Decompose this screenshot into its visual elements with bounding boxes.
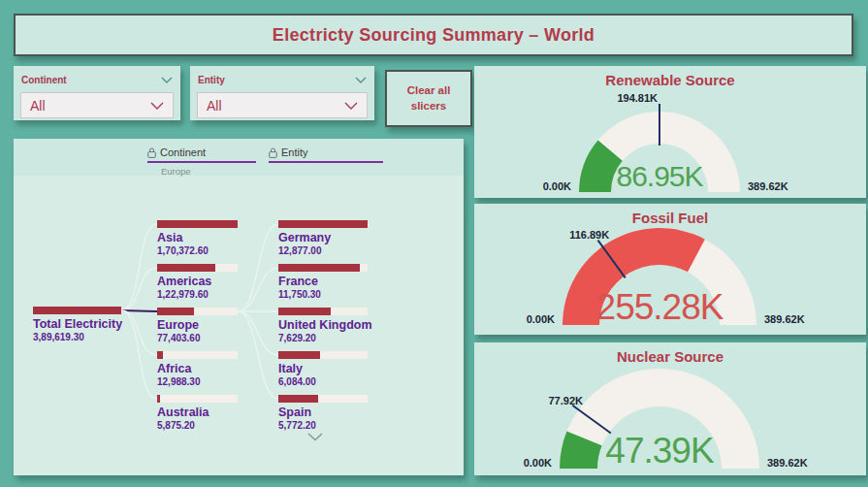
tree-node-europe[interactable]: Europe77,403.60 — [157, 308, 238, 343]
entity-slicer: Entity All — [190, 66, 374, 120]
gauge-value: 47.39K — [605, 431, 715, 471]
tree-connector — [238, 268, 278, 311]
chevron-down-icon — [150, 98, 164, 114]
tree-level-continent: Continent Europe — [147, 146, 256, 177]
tree-level-entity: Entity — [269, 146, 383, 166]
level-selected-value: Europe — [147, 166, 256, 177]
tree-node-germany[interactable]: Germany12,877.00 — [278, 220, 368, 256]
node-value: 6,084.00 — [278, 376, 368, 387]
tree-connector — [121, 268, 157, 310]
node-label: United Kingdom — [278, 318, 368, 332]
node-bar-track — [157, 395, 238, 403]
gauge-min-label: 0.00K — [524, 457, 552, 469]
tree-node-australia[interactable]: Australia5,875.20 — [157, 395, 238, 431]
node-bar-fill — [278, 264, 360, 272]
node-bar-track — [157, 351, 238, 359]
tree-node-france[interactable]: France11,750.30 — [278, 264, 368, 300]
tree-node-americas[interactable]: Americas1,22,979.60 — [157, 264, 238, 300]
node-value: 1,22,979.60 — [157, 289, 238, 300]
node-bar-track — [278, 351, 368, 359]
node-label: France — [278, 275, 368, 288]
node-bar-track — [33, 307, 121, 314]
gauge-target-label: 194.81K — [617, 92, 658, 104]
level-header-entity: Entity — [281, 146, 308, 158]
nuclear-source-gauge[interactable]: Nuclear Source 47.39K0.00K389.62K77.92K — [474, 342, 866, 475]
gauge-chart: 86.95K0.00K389.62K194.81K — [474, 89, 866, 196]
chevron-down-icon — [344, 98, 358, 114]
node-value: 77,403.60 — [157, 333, 238, 343]
node-label: Asia — [157, 231, 238, 244]
node-value: 12,988.30 — [157, 376, 238, 387]
node-label: Americas — [157, 275, 238, 288]
node-bar-track — [157, 264, 238, 272]
tree-node-asia[interactable]: Asia1,70,372.60 — [157, 220, 238, 256]
node-bar-fill — [278, 351, 320, 359]
chevron-down-icon[interactable] — [161, 71, 173, 88]
node-bar-fill — [157, 220, 238, 228]
gauge-max-label: 389.62K — [764, 313, 805, 325]
gauge-title: Nuclear Source — [474, 342, 866, 365]
report-title-bar: Electricty Sourcing Summary – World — [14, 14, 853, 56]
tree-node-spain[interactable]: Spain5,772.20 — [278, 395, 368, 431]
node-bar-fill — [33, 307, 121, 314]
node-label: Germany — [278, 231, 368, 244]
gauge-min-label: 0.00K — [527, 313, 555, 325]
gauge-target-label: 77.92K — [548, 395, 583, 406]
node-value: 12,877.00 — [278, 245, 368, 256]
node-label: Italy — [278, 362, 368, 375]
page-title: Electricty Sourcing Summary – World — [273, 25, 595, 46]
gauge-value: 255.28K — [596, 287, 724, 327]
tree-node-italy[interactable]: Italy6,084.00 — [278, 351, 368, 387]
node-bar-track — [157, 308, 238, 315]
node-label: Australia — [157, 406, 238, 419]
node-bar-fill — [278, 220, 368, 228]
node-label: Africa — [157, 362, 238, 375]
node-value: 1,70,372.60 — [157, 245, 238, 256]
gauge-title: Renewable Source — [474, 66, 866, 88]
node-bar-fill — [157, 308, 194, 315]
continent-slicer: Continent All — [14, 66, 180, 120]
node-bar-fill — [157, 351, 163, 359]
node-bar-fill — [278, 308, 331, 315]
level-header-continent: Continent — [160, 146, 206, 158]
lock-icon[interactable] — [269, 147, 277, 158]
tree-node-africa[interactable]: Africa12,988.30 — [157, 351, 238, 387]
entity-dropdown[interactable]: All — [197, 92, 368, 118]
lock-icon[interactable] — [147, 147, 156, 158]
gauge-title: Fossil Fuel — [474, 204, 866, 226]
continent-dropdown-value: All — [30, 98, 46, 114]
gauge-max-label: 389.62K — [767, 457, 808, 469]
decomposition-tree: Continent Europe Entity Total Electricit… — [14, 139, 464, 475]
chevron-down-icon[interactable] — [307, 428, 323, 445]
report-canvas: Electricty Sourcing Summary – World Cont… — [0, 0, 868, 487]
gauge-value: 86.95K — [616, 160, 703, 192]
node-bar-track — [278, 395, 368, 403]
chevron-down-icon[interactable] — [355, 71, 367, 88]
tree-connector — [238, 311, 278, 399]
gauge-max-label: 389.62K — [748, 180, 788, 192]
tree-connector — [238, 311, 278, 355]
node-label: Europe — [157, 318, 238, 332]
tree-connector — [238, 224, 278, 311]
gauge-chart: 255.28K0.00K389.62K116.89K — [474, 227, 866, 333]
node-bar-track — [278, 220, 368, 228]
renewable-source-gauge[interactable]: Renewable Source 86.95K0.00K389.62K194.8… — [474, 66, 866, 198]
entity-slicer-label: Entity — [198, 75, 225, 85]
fossil-fuel-gauge[interactable]: Fossil Fuel 255.28K0.00K389.62K116.89K — [474, 204, 866, 335]
tree-connector — [121, 224, 157, 310]
node-bar-track — [157, 220, 238, 228]
continent-dropdown[interactable]: All — [20, 92, 174, 118]
clear-all-slicers-button[interactable]: Clear all slicers — [385, 70, 472, 127]
node-bar-fill — [278, 395, 318, 403]
node-value: 11,750.30 — [278, 289, 368, 300]
node-label: Spain — [278, 406, 368, 419]
tree-node-united-kingdom[interactable]: United Kingdom7,629.20 — [278, 308, 368, 343]
gauge-chart: 47.39K0.00K389.62K77.92K — [474, 366, 866, 473]
node-bar-fill — [157, 264, 215, 272]
node-value: 5,875.20 — [157, 420, 238, 431]
continent-slicer-label: Continent — [21, 75, 67, 85]
gauge-target-label: 116.89K — [569, 229, 609, 241]
tree-node-total-electricity[interactable]: Total Electricity3,89,619.30 — [33, 307, 121, 342]
node-value: 7,629.20 — [278, 333, 368, 343]
tree-connector — [121, 310, 157, 355]
